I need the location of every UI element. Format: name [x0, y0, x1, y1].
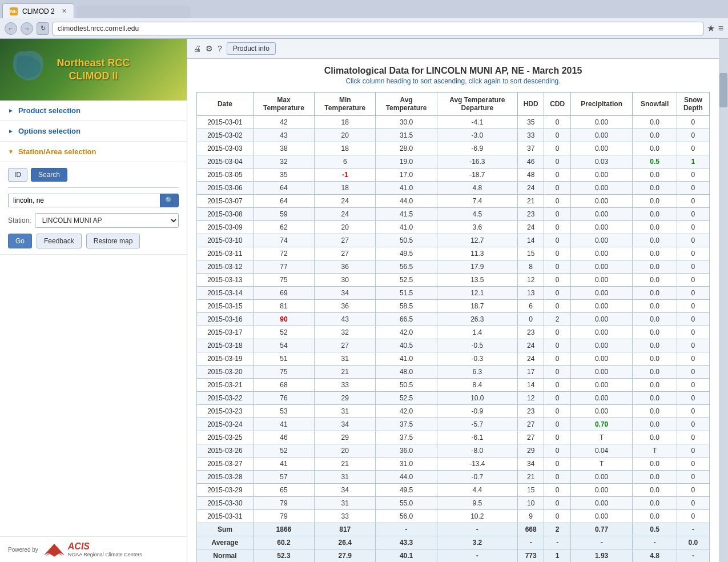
avg-dep: 3.2 [437, 536, 517, 549]
cell-hdd: 15 [517, 484, 544, 497]
col-precipitation[interactable]: Precipitation [570, 93, 632, 116]
feedback-button[interactable]: Feedback [37, 234, 82, 248]
table-row: 2015-03-10 74 27 50.5 12.7 14 0 0.00 0.0… [197, 234, 710, 247]
sidebar-item-station-selection[interactable]: ▼ Station/Area selection [0, 142, 187, 162]
cell-date: 2015-03-08 [197, 208, 254, 221]
cell-prec: 0.00 [570, 168, 632, 182]
col-min-temp[interactable]: MinTemperature [315, 93, 376, 116]
go-button[interactable]: Go [8, 234, 32, 248]
sum-row: Sum1866817--66820.770.5- [197, 523, 710, 536]
cell-depth: 0 [677, 471, 709, 484]
cell-max: 81 [253, 300, 314, 313]
cell-hdd: 37 [517, 142, 544, 155]
station-dropdown[interactable]: LINCOLN MUNI AP [35, 213, 179, 228]
normal-label: Normal [197, 549, 254, 563]
cell-snow: 0.0 [633, 208, 677, 221]
cell-date: 2015-03-29 [197, 484, 254, 497]
normal-min: 27.9 [315, 549, 376, 563]
acis-eagle-icon [43, 541, 66, 557]
cell-avg: 50.5 [376, 379, 437, 392]
cell-depth: 0 [677, 195, 709, 208]
sidebar-item-product-selection[interactable]: ► Product selection [0, 101, 187, 121]
col-avg-temp[interactable]: AvgTemperature [376, 93, 437, 116]
cell-date: 2015-03-25 [197, 431, 254, 444]
forward-button[interactable]: → [21, 22, 33, 35]
sidebar-item-options-selection[interactable]: ► Options selection [0, 121, 187, 142]
cell-prec: 0.00 [570, 405, 632, 418]
search-button[interactable]: Search [31, 168, 67, 182]
refresh-button[interactable]: ↻ [37, 22, 49, 35]
scrollbar[interactable] [719, 39, 728, 562]
restore-map-button[interactable]: Restore map [86, 234, 140, 248]
cell-snow: 0.0 [633, 260, 677, 274]
cell-depth: 0 [677, 457, 709, 471]
cell-snow: 0.0 [633, 300, 677, 313]
cell-avg: 37.5 [376, 431, 437, 444]
cell-snow: 0.0 [633, 129, 677, 142]
cell-min: 31 [315, 352, 376, 366]
cell-snow: 0.0 [633, 313, 677, 326]
avg-label: Average [197, 536, 254, 549]
cell-dep: 9.5 [437, 497, 517, 510]
cell-cdd: 0 [544, 405, 570, 418]
cell-snow: 0.0 [633, 221, 677, 234]
new-tab-area[interactable] [77, 6, 191, 18]
station-search-input[interactable] [8, 194, 160, 207]
col-snowfall[interactable]: Snowfall [633, 93, 677, 116]
address-bar[interactable]: climodtest.nrcc.cornell.edu [53, 22, 703, 35]
cell-depth: 0 [677, 142, 709, 155]
cell-dep: 3.6 [437, 221, 517, 234]
col-date[interactable]: Date [197, 93, 254, 116]
cell-depth: 0 [677, 260, 709, 274]
cell-min: 6 [315, 155, 376, 168]
id-button[interactable]: ID [8, 168, 27, 182]
col-max-temp[interactable]: MaxTemperature [253, 93, 314, 116]
product-info-button[interactable]: Product info [227, 42, 276, 55]
table-row: 2015-03-29 65 34 49.5 4.4 15 0 0.00 0.0 … [197, 484, 710, 497]
menu-icon[interactable]: ≡ [718, 23, 723, 34]
settings-icon[interactable]: ⚙ [206, 44, 213, 53]
tab-climod2[interactable]: NE CLIMOD 2 ✕ [2, 3, 74, 18]
cell-cdd: 0 [544, 195, 570, 208]
station-search-go-button[interactable]: 🔍 [160, 194, 179, 207]
cell-avg: 37.5 [376, 418, 437, 431]
avg-prec: - [570, 536, 632, 549]
cell-hdd: 6 [517, 300, 544, 313]
col-hdd[interactable]: HDD [517, 93, 544, 116]
tab-close-button[interactable]: ✕ [62, 7, 67, 15]
cell-max: 35 [253, 168, 314, 182]
nav-bar: ← → ↻ climodtest.nrcc.cornell.edu ★ ≡ [0, 18, 728, 39]
print-icon[interactable]: 🖨 [193, 44, 201, 53]
cell-prec: 0.00 [570, 274, 632, 287]
help-icon[interactable]: ? [218, 44, 222, 53]
station-area-label: Station/Area selection [18, 147, 96, 156]
back-button[interactable]: ← [5, 22, 17, 35]
cell-date: 2015-03-26 [197, 444, 254, 457]
col-avg-temp-dep[interactable]: Avg TemperatureDeparture [437, 93, 517, 116]
cell-date: 2015-03-16 [197, 313, 254, 326]
sum-max: 1866 [253, 523, 314, 536]
cell-dep: 1.4 [437, 326, 517, 339]
table-row: 2015-03-25 46 29 37.5 -6.1 27 0 T 0.0 0 [197, 431, 710, 444]
col-snow-depth[interactable]: SnowDepth [677, 93, 709, 116]
cell-dep: 12.7 [437, 234, 517, 247]
cell-depth: 0 [677, 287, 709, 300]
cell-max: 77 [253, 260, 314, 274]
cell-prec: 0.00 [570, 326, 632, 339]
cell-hdd: 27 [517, 418, 544, 431]
cell-max: 51 [253, 352, 314, 366]
bookmark-star-icon[interactable]: ★ [707, 23, 715, 34]
col-cdd[interactable]: CDD [544, 93, 570, 116]
cell-min: 43 [315, 313, 376, 326]
cell-cdd: 0 [544, 444, 570, 457]
cell-date: 2015-03-24 [197, 418, 254, 431]
cell-avg: 36.0 [376, 444, 437, 457]
cell-prec: 0.00 [570, 260, 632, 274]
scrollbar-thumb[interactable] [719, 73, 727, 107]
tab-favicon: NE [10, 7, 18, 15]
cell-max: 54 [253, 339, 314, 352]
table-row: 2015-03-14 69 34 51.5 12.1 13 0 0.00 0.0… [197, 287, 710, 300]
cell-snow: 0.0 [633, 431, 677, 444]
cell-dep: 4.4 [437, 484, 517, 497]
table-row: 2015-03-23 53 31 42.0 -0.9 23 0 0.00 0.0… [197, 405, 710, 418]
